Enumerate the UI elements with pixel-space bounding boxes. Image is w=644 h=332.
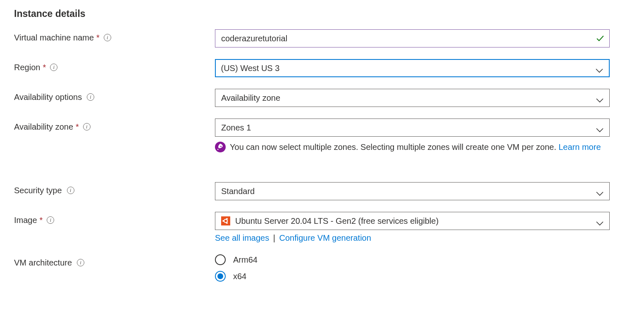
radio-x64-label: x64 (233, 272, 246, 281)
hint-text-content: You can now select multiple zones. Selec… (230, 142, 558, 152)
info-icon[interactable]: i (67, 187, 74, 194)
label-text-region: Region (14, 63, 40, 72)
label-text-vm-name: Virtual machine name (14, 33, 94, 43)
radio-arm64[interactable]: Arm64 (215, 254, 610, 265)
svg-point-3 (226, 222, 228, 224)
row-region: Region * i (US) West US 3 (14, 59, 630, 77)
label-text-image: Image (14, 216, 37, 225)
section-title: Instance details (14, 8, 630, 19)
info-icon[interactable]: i (77, 259, 84, 266)
label-text-avail-options: Availability options (14, 92, 82, 102)
see-all-images-link[interactable]: See all images (215, 233, 269, 242)
image-select[interactable]: Ubuntu Server 20.04 LTS - Gen2 (free ser… (215, 212, 610, 230)
ubuntu-icon (221, 216, 230, 225)
avail-zone-select[interactable]: Zones 1 (215, 119, 610, 137)
avail-zone-hint: You can now select multiple zones. Selec… (215, 141, 610, 153)
label-region: Region * i (14, 59, 215, 76)
chevron-down-icon (596, 95, 603, 100)
radio-arm64-label: Arm64 (233, 255, 258, 265)
svg-point-1 (222, 220, 224, 222)
label-text-security-type: Security type (14, 186, 62, 195)
avail-options-value: Availability zone (221, 93, 280, 103)
learn-more-link[interactable]: Learn more (558, 142, 601, 152)
security-type-value: Standard (221, 187, 255, 196)
info-icon[interactable]: i (87, 93, 94, 101)
label-text-avail-zone: Availability zone (14, 122, 73, 132)
security-type-select[interactable]: Standard (215, 182, 610, 200)
vm-arch-radio-group: Arm64 x64 (215, 254, 610, 282)
row-vm-architecture: VM architecture i Arm64 x64 (14, 254, 630, 282)
radio-circle (215, 254, 226, 265)
row-avail-options: Availability options i Availability zone (14, 89, 630, 107)
row-vm-name: Virtual machine name * i (14, 29, 630, 47)
row-avail-zone: Availability zone * i Zones 1 You can no… (14, 119, 630, 153)
avail-zone-value: Zones 1 (221, 123, 251, 133)
label-text-vm-arch: VM architecture (14, 258, 72, 268)
required-asterisk: * (43, 63, 46, 72)
vm-name-input-wrap (215, 29, 610, 47)
label-avail-zone: Availability zone * i (14, 119, 215, 135)
configure-vm-generation-link[interactable]: Configure VM generation (279, 233, 371, 242)
chevron-down-icon (596, 189, 603, 194)
info-icon[interactable]: i (104, 34, 111, 41)
label-avail-options: Availability options i (14, 89, 215, 105)
label-image: Image * i (14, 212, 215, 228)
chevron-down-icon (596, 125, 603, 130)
info-icon[interactable]: i (83, 123, 91, 130)
row-security-type: Security type i Standard (14, 182, 630, 200)
image-links: See all images | Configure VM generation (215, 233, 610, 243)
label-security-type: Security type i (14, 182, 215, 199)
label-vm-name: Virtual machine name * i (14, 29, 215, 46)
required-asterisk: * (96, 33, 100, 43)
vm-name-input[interactable] (215, 29, 610, 47)
rocket-icon (215, 142, 226, 152)
region-select[interactable]: (US) West US 3 (215, 59, 610, 77)
radio-circle-selected (215, 271, 226, 282)
avail-options-select[interactable]: Availability zone (215, 89, 610, 107)
label-vm-architecture: VM architecture i (14, 254, 215, 271)
link-separator: | (273, 233, 275, 242)
image-select-value: Ubuntu Server 20.04 LTS - Gen2 (free ser… (235, 216, 439, 226)
required-asterisk: * (76, 122, 79, 132)
info-icon[interactable]: i (50, 64, 57, 71)
row-image: Image * i Ubuntu Server 20.04 LTS - Gen2… (14, 212, 630, 243)
region-select-value: (US) West US 3 (221, 64, 280, 73)
info-icon[interactable]: i (47, 216, 54, 224)
required-asterisk: * (40, 216, 43, 225)
radio-dot (217, 273, 223, 279)
avail-zone-hint-text: You can now select multiple zones. Selec… (230, 141, 610, 153)
radio-x64[interactable]: x64 (215, 271, 610, 282)
svg-point-2 (226, 218, 228, 220)
svg-point-0 (224, 219, 227, 223)
chevron-down-icon (596, 66, 603, 71)
chevron-down-icon (596, 218, 603, 223)
